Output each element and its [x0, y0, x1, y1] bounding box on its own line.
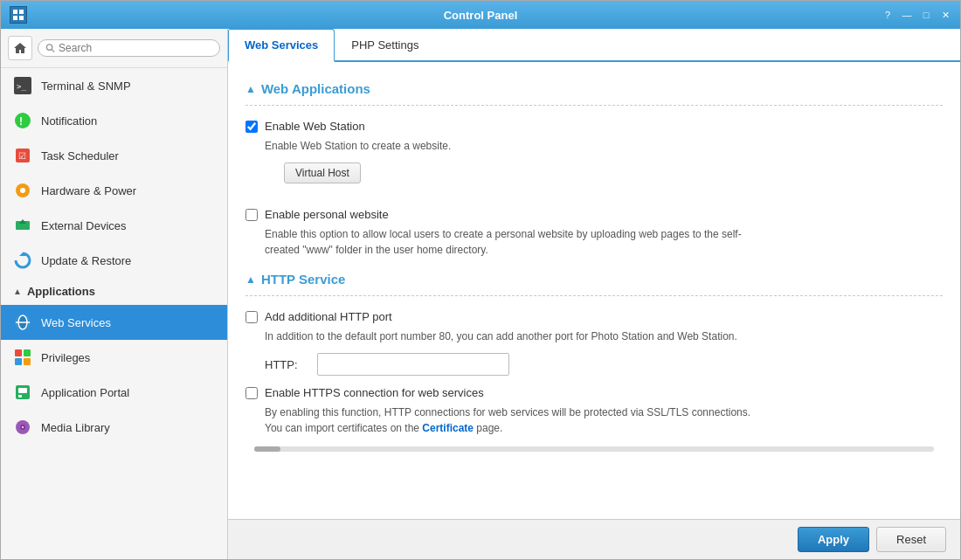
applications-section-header[interactable]: ▲ Applications: [1, 278, 227, 305]
tab-web-services[interactable]: Web Services: [228, 29, 335, 62]
add-http-port-label[interactable]: Add additional HTTP port: [265, 310, 392, 323]
http-port-input[interactable]: [317, 353, 509, 376]
svg-text:☑: ☑: [18, 151, 26, 161]
horizontal-scrollbar[interactable]: [254, 446, 934, 452]
svg-rect-20: [15, 349, 22, 356]
virtual-host-button[interactable]: Virtual Host: [284, 162, 361, 183]
enable-https-label[interactable]: Enable HTTPS connection for web services: [265, 386, 484, 399]
privileges-icon: [13, 348, 32, 367]
notification-icon: !: [13, 111, 32, 130]
sidebar-item-privileges[interactable]: Privileges: [1, 340, 227, 375]
svg-rect-22: [15, 358, 22, 365]
web-applications-title: Web Applications: [261, 81, 370, 96]
tab-bar: Web Services PHP Settings: [228, 29, 960, 62]
task-icon: ☑: [13, 146, 32, 165]
sidebar-item-external[interactable]: External Devices: [1, 208, 227, 243]
search-box: [38, 39, 220, 57]
sidebar-item-notification-label: Notification: [41, 114, 97, 128]
sidebar-item-portal-label: Application Portal: [41, 386, 129, 399]
restore-button[interactable]: □: [918, 7, 934, 23]
update-icon: [13, 251, 32, 270]
enable-https-checkbox[interactable]: [245, 387, 258, 399]
svg-rect-1: [19, 10, 24, 14]
sidebar-item-terminal[interactable]: >_ Terminal & SNMP: [1, 68, 227, 103]
svg-rect-0: [13, 10, 17, 14]
svg-rect-2: [13, 16, 17, 20]
reset-button[interactable]: Reset: [876, 527, 946, 552]
content-scroll: ▲ Web Applications Enable Web Station En…: [228, 62, 960, 519]
svg-rect-3: [19, 16, 24, 20]
sidebar-item-web-services-label: Web Services: [41, 316, 111, 329]
web-apps-chevron: ▲: [245, 83, 256, 95]
http-service-divider: [245, 295, 943, 296]
sidebar-item-hardware-label: Hardware & Power: [41, 184, 136, 197]
personal-website-desc: Enable this option to allow local users …: [265, 226, 943, 258]
certificate-link[interactable]: Certificate: [422, 422, 474, 434]
add-http-port-checkbox[interactable]: [245, 311, 258, 323]
apply-button[interactable]: Apply: [798, 527, 869, 552]
sidebar-item-web-services[interactable]: Web Services: [1, 305, 227, 340]
http-port-row: HTTP:: [265, 353, 943, 376]
control-panel-window: Control Panel ? — □ ✕: [0, 0, 961, 560]
tab-php-settings[interactable]: PHP Settings: [335, 29, 435, 62]
external-icon: [13, 216, 32, 235]
sidebar-top: [1, 29, 227, 68]
sidebar-item-media-label: Media Library: [41, 421, 110, 434]
minimize-button[interactable]: —: [899, 7, 915, 23]
close-button[interactable]: ✕: [937, 7, 953, 23]
applications-section-label: Applications: [27, 285, 95, 298]
content-area: Web Services PHP Settings ▲ Web Applicat…: [228, 29, 960, 559]
sidebar-item-external-label: External Devices: [41, 219, 127, 232]
window-title: Control Panel: [444, 9, 518, 22]
svg-point-13: [20, 188, 25, 193]
window-controls: ? — □ ✕: [880, 7, 953, 23]
http-service-title: HTTP Service: [261, 272, 345, 287]
https-desc: By enabling this function, HTTP connecti…: [265, 404, 943, 436]
sidebar-item-privileges-label: Privileges: [41, 351, 90, 364]
sidebar-item-application-portal[interactable]: Application Portal: [1, 375, 227, 410]
sidebar-item-task-label: Task Scheduler: [41, 149, 119, 162]
enable-web-station-row: Enable Web Station: [245, 120, 943, 133]
svg-rect-23: [24, 358, 31, 365]
svg-rect-21: [24, 349, 31, 356]
sidebar-item-update-label: Update & Restore: [41, 254, 131, 267]
search-input[interactable]: [59, 42, 212, 54]
sidebar-item-task-scheduler[interactable]: ☑ Task Scheduler: [1, 138, 227, 173]
applications-chevron: ▲: [13, 287, 22, 296]
footer: Apply Reset: [228, 519, 960, 559]
home-button[interactable]: [8, 36, 32, 60]
enable-web-station-desc: Enable Web Station to create a website.: [265, 138, 943, 154]
window-icon: [10, 6, 27, 24]
scrollbar-thumb: [254, 446, 280, 452]
sidebar-item-hardware[interactable]: Hardware & Power: [1, 173, 227, 208]
main-area: >_ Terminal & SNMP ! Notification: [1, 29, 960, 559]
svg-point-29: [22, 426, 24, 428]
portal-icon: [13, 383, 32, 402]
title-bar: Control Panel ? — □ ✕: [1, 1, 960, 29]
sidebar-item-notification[interactable]: ! Notification: [1, 103, 227, 138]
sidebar-item-media-library[interactable]: Media Library: [1, 410, 227, 445]
sidebar-item-update[interactable]: Update & Restore: [1, 243, 227, 278]
enable-personal-website-row: Enable personal website: [245, 208, 943, 221]
http-label: HTTP:: [265, 358, 308, 371]
sidebar-item-terminal-label: Terminal & SNMP: [41, 80, 131, 93]
http-service-section-header: ▲ HTTP Service: [245, 272, 943, 287]
svg-text:>_: >_: [17, 82, 26, 91]
svg-rect-25: [18, 388, 27, 393]
svg-point-8: [15, 113, 31, 128]
svg-line-5: [52, 49, 54, 52]
webservices-icon: [13, 313, 32, 332]
enable-web-station-checkbox[interactable]: [245, 121, 258, 133]
enable-web-station-label[interactable]: Enable Web Station: [265, 120, 365, 133]
media-icon: [13, 418, 32, 437]
svg-rect-26: [18, 395, 22, 398]
enable-personal-website-checkbox[interactable]: [245, 209, 258, 221]
enable-https-row: Enable HTTPS connection for web services: [245, 386, 943, 399]
svg-text:!: !: [19, 115, 23, 128]
web-applications-section-header: ▲ Web Applications: [245, 81, 943, 96]
svg-point-4: [46, 45, 52, 50]
help-button[interactable]: ?: [880, 7, 895, 23]
enable-personal-website-label[interactable]: Enable personal website: [265, 208, 389, 221]
web-apps-divider: [245, 105, 943, 106]
add-http-port-desc: In addition to the default port number 8…: [265, 328, 943, 344]
